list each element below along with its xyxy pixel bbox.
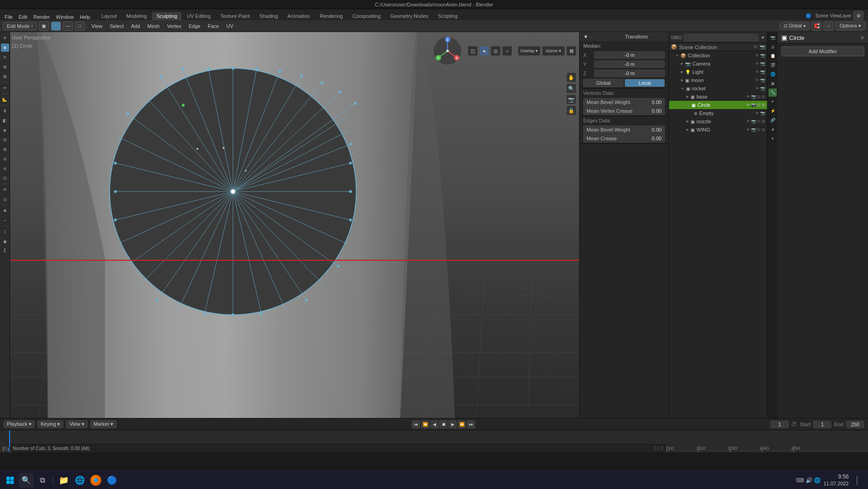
tl-playback-btn[interactable]: Playback ▾ xyxy=(4,420,35,428)
clock-display[interactable]: 9:56 11.07.2022 xyxy=(824,473,849,487)
add-modifier-button[interactable]: Add Modifier xyxy=(781,46,864,56)
tab-shading[interactable]: Shading xyxy=(255,12,282,20)
prop-scene-tab[interactable]: 🎬 xyxy=(768,61,777,69)
options-btn[interactable]: Options ▾ xyxy=(835,22,865,30)
x-value[interactable]: -0 m xyxy=(594,51,665,59)
wireframe-shade-btn[interactable]: ◫ xyxy=(468,46,478,56)
taskbar-file-explorer[interactable]: 📁 xyxy=(56,473,71,488)
snap-toggle[interactable]: 🧲 xyxy=(812,22,822,31)
measure-tool[interactable]: 📐 xyxy=(1,95,9,104)
edge-mean-bevel-weight-row[interactable]: Mean Bevel Weight 0.00 xyxy=(583,126,665,134)
taskbar-blender[interactable]: 🔷 xyxy=(88,473,103,488)
spin-tool[interactable]: ⟳ xyxy=(1,186,9,194)
nav-hand-btn[interactable]: ✋ xyxy=(566,72,576,82)
menu-edit[interactable]: Edit xyxy=(16,14,30,20)
search-button[interactable]: 🔍 xyxy=(19,473,33,488)
viewport-3d[interactable]: User Perspective (1) Circle Z xyxy=(10,32,579,436)
tab-scripting[interactable]: Scripting xyxy=(433,12,462,20)
vertex-select-icon[interactable]: · xyxy=(51,22,61,31)
outliner-filter-icon[interactable]: ▼ xyxy=(760,35,765,40)
current-frame-input[interactable] xyxy=(770,421,789,428)
prop-render-tab[interactable]: 📷 xyxy=(768,33,777,42)
tab-compositing[interactable]: Compositing xyxy=(348,12,385,20)
prop-constraints-tab[interactable]: 🔗 xyxy=(768,116,777,124)
tab-texture-paint[interactable]: Texture Paint xyxy=(216,12,254,20)
menu-edge[interactable]: Edge xyxy=(186,23,203,29)
prop-particles-tab[interactable]: ✦ xyxy=(768,98,777,106)
rotate-tool[interactable]: ↻ xyxy=(1,53,9,61)
prop-object-tab[interactable]: ▣ xyxy=(768,79,777,88)
shrink-fatten-tool[interactable]: ❋ xyxy=(1,207,9,215)
extrude-tool[interactable]: ⬆ xyxy=(1,107,9,115)
bevel-tool[interactable]: ◈ xyxy=(1,126,9,134)
tree-item-moon[interactable]: ▶ ▣ moon 👁 📷 xyxy=(669,76,767,84)
step-back-btn[interactable]: ⏪ xyxy=(421,420,429,429)
gizmo-toggle[interactable]: Gizmo ▾ xyxy=(542,46,565,56)
transform-section-header[interactable]: ▼ Transform xyxy=(580,32,669,41)
cursor-tool[interactable]: ✛ xyxy=(1,34,9,42)
tab-uv-editing[interactable]: UV Editing xyxy=(182,12,215,20)
sc-render-icon[interactable]: 📷 xyxy=(760,44,765,49)
tree-item-camera[interactable]: ▶ 📷 Camera 👁 📷 xyxy=(669,60,767,68)
nav-zoom-btn[interactable]: 🔍 xyxy=(566,83,576,93)
menu-face[interactable]: Face xyxy=(205,23,221,29)
menu-mesh[interactable]: Mesh xyxy=(144,23,162,29)
global-btn[interactable]: Global xyxy=(583,79,624,87)
sc-eye-icon[interactable]: 👁 xyxy=(753,44,758,49)
end-frame-input[interactable] xyxy=(846,421,864,428)
tree-item-circle[interactable]: ▼ ▣ Circle 👁 📷 ⊟ ⊠ xyxy=(669,101,767,109)
z-value[interactable]: -0 m xyxy=(594,70,665,77)
modifier-close-icon[interactable]: ✕ xyxy=(860,35,864,41)
tl-marker-btn[interactable]: Marker ▾ xyxy=(90,420,116,428)
to-sphere-tool[interactable]: ◉ xyxy=(1,237,9,246)
knife-tool[interactable]: ⊘ xyxy=(1,155,9,163)
tree-item-base[interactable]: ▶ ▣ base 👁 📷 ⊟ ⊠ xyxy=(669,93,767,101)
tree-item-wing[interactable]: ▶ ▣ WING 👁 📷 ⊟ ⊠ xyxy=(669,126,767,134)
move-tool[interactable]: ⊕ xyxy=(1,44,9,52)
annotate-tool[interactable]: ✏ xyxy=(1,84,9,92)
go-to-end-btn[interactable]: ⏭ xyxy=(467,420,475,429)
menu-uv[interactable]: UV xyxy=(224,23,236,29)
menu-vertex[interactable]: Vertex xyxy=(164,23,184,29)
solid-shade-btn[interactable]: ● xyxy=(479,46,489,56)
local-btn[interactable]: Local xyxy=(625,79,665,87)
menu-help[interactable]: Help xyxy=(77,14,93,20)
col-eye[interactable]: 👁 xyxy=(755,53,759,58)
taskbar-chrome[interactable]: 🔵 xyxy=(105,473,119,488)
prop-modifier-tab[interactable]: 🔧 xyxy=(768,88,777,97)
face-select-icon[interactable]: □ xyxy=(75,22,85,31)
start-frame-input[interactable] xyxy=(813,421,831,428)
object-type-icon[interactable]: ▣ xyxy=(39,22,49,31)
prop-physics-tab[interactable]: ⚡ xyxy=(768,107,777,115)
overlay-toggle[interactable]: Overlay ▾ xyxy=(518,46,541,56)
mean-bevel-weight-row[interactable]: Mean Bevel Weight 0.00 xyxy=(583,98,665,106)
inset-tool[interactable]: ◧ xyxy=(1,116,9,125)
mean-vertex-crease-row[interactable]: Mean Vertex Crease 0.00 xyxy=(583,107,665,115)
menu-render[interactable]: Render xyxy=(31,14,53,20)
loop-cut-tool[interactable]: ⊟ xyxy=(1,136,9,144)
tab-animation[interactable]: Animation xyxy=(283,12,315,20)
tab-geometry-nodes[interactable]: Geometry Nodes xyxy=(386,12,433,20)
tl-keying-btn[interactable]: Keying ▾ xyxy=(38,420,64,428)
y-value[interactable]: -0 m xyxy=(594,60,665,68)
tab-layout[interactable]: Layout xyxy=(97,12,122,20)
edge-select-icon[interactable]: — xyxy=(63,22,73,31)
menu-view[interactable]: View xyxy=(89,23,105,29)
outliner-search[interactable] xyxy=(684,34,758,41)
xray-toggle[interactable]: ⊠ xyxy=(566,46,576,56)
start-button[interactable] xyxy=(3,473,17,488)
smooth-tool[interactable]: ◎ xyxy=(1,195,9,203)
offset-edge-tool[interactable]: ⊞ xyxy=(1,145,9,154)
tree-item-rocket[interactable]: ▼ ▣ rocket 👁 📷 xyxy=(669,84,767,93)
transform-tool[interactable]: ⊠ xyxy=(1,72,9,81)
scale-tool[interactable]: ⊞ xyxy=(1,63,9,71)
pause-btn[interactable]: ⏹ xyxy=(439,420,448,429)
prop-material-tab[interactable]: ● xyxy=(768,134,777,143)
tab-sculpting[interactable]: Sculpting xyxy=(152,12,182,20)
blender-icon[interactable]: 🔵 xyxy=(803,11,813,20)
tree-item-nozzle[interactable]: ▶ ▣ nozzle 👁 📷 ⊟ ⊠ xyxy=(669,117,767,126)
menu-file[interactable]: File xyxy=(2,14,16,20)
show-desktop-btn[interactable] xyxy=(851,473,862,487)
tree-item-empty[interactable]: ⊕ Empty 👁 📷 xyxy=(669,109,767,117)
play-reverse-btn[interactable]: ◀ xyxy=(430,420,438,429)
